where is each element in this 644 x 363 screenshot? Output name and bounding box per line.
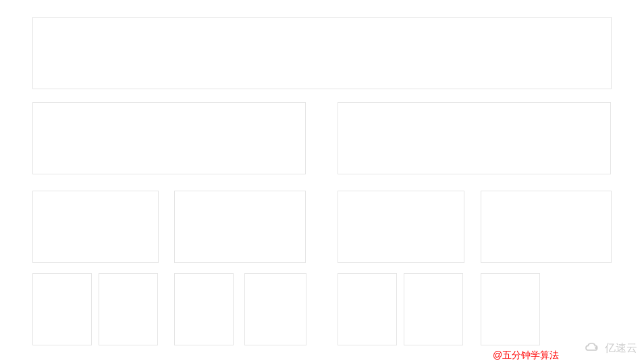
cloud-icon (583, 340, 602, 356)
diagram-box-row4-7 (481, 273, 540, 345)
diagram-box-row2-right (338, 102, 611, 174)
svg-point-0 (595, 347, 597, 349)
watermark: 亿速云 (583, 340, 637, 356)
watermark-text: 亿速云 (605, 341, 637, 356)
diagram-box-row3-1 (32, 191, 159, 263)
diagram-box-row3-3 (338, 191, 464, 263)
diagram-box-row4-1 (32, 273, 92, 345)
diagram-box-row4-2 (99, 273, 158, 345)
diagram-box-row2-left (32, 102, 306, 174)
diagram-box-row3-4 (481, 191, 612, 263)
diagram-box-row4-3 (174, 273, 234, 345)
diagram-box-row4-4 (244, 273, 306, 345)
attribution-label: @五分钟学算法 (493, 349, 559, 362)
diagram-box-row1 (32, 17, 612, 89)
diagram-box-row4-6 (404, 273, 463, 345)
diagram-box-row3-2 (174, 191, 306, 263)
diagram-box-row4-5 (338, 273, 397, 345)
